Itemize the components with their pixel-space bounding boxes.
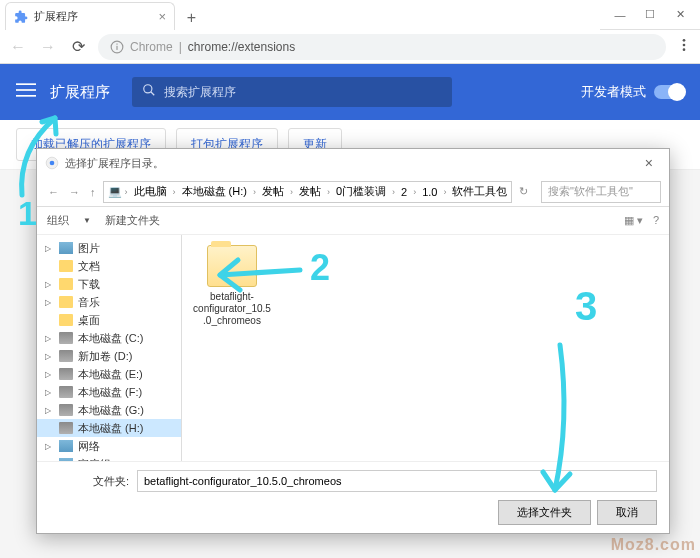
crumb[interactable]: 发帖	[296, 184, 324, 199]
dlg-forward-button[interactable]: →	[66, 186, 83, 198]
omnibox-url: chrome://extensions	[188, 40, 295, 54]
drive-icon	[59, 386, 73, 398]
tree-item[interactable]: ▷图片	[37, 239, 181, 257]
drive-icon	[59, 404, 73, 416]
dlg-up-button[interactable]: ↑	[87, 186, 99, 198]
dev-mode-label: 开发者模式	[581, 83, 646, 101]
toggle-switch[interactable]	[654, 85, 684, 99]
crumb[interactable]: 1.0	[419, 186, 440, 198]
crumb[interactable]: 此电脑	[131, 184, 170, 199]
svg-point-12	[50, 161, 55, 166]
tab-close-icon[interactable]: ×	[158, 9, 166, 24]
svg-point-3	[683, 39, 686, 42]
dialog-search-input[interactable]: 搜索"软件工具包"	[541, 181, 661, 203]
folder-field-input[interactable]	[137, 470, 657, 492]
svg-point-9	[144, 85, 152, 93]
reload-button[interactable]: ⟳	[68, 37, 88, 56]
tree-item[interactable]: ▷本地磁盘 (F:)	[37, 383, 181, 401]
crumb[interactable]: 2	[398, 186, 410, 198]
tree-item[interactable]: 本地磁盘 (H:)	[37, 419, 181, 437]
tree-item[interactable]: 桌面	[37, 311, 181, 329]
crumb[interactable]: 发帖	[259, 184, 287, 199]
refresh-button[interactable]: ↻	[516, 185, 531, 198]
folder-item[interactable]: betaflight-configurator_10.5.0_chromeos	[192, 245, 272, 327]
drive-icon	[59, 458, 73, 461]
organize-menu[interactable]: 组织	[47, 213, 69, 228]
dialog-toolbar: 组织▼ 新建文件夹 ▦ ▾ ?	[37, 207, 669, 235]
pc-icon: 💻	[108, 185, 122, 198]
omnibox[interactable]: Chrome | chrome://extensions	[98, 34, 666, 60]
tree-item[interactable]: ▷下载	[37, 275, 181, 293]
help-icon[interactable]: ?	[653, 214, 659, 227]
tree-item[interactable]: ▷本地磁盘 (E:)	[37, 365, 181, 383]
close-window-button[interactable]: ✕	[665, 2, 695, 27]
folder-icon	[207, 245, 257, 287]
cancel-button[interactable]: 取消	[597, 500, 657, 525]
dialog-footer: 文件夹: 选择文件夹 取消	[37, 461, 669, 533]
search-placeholder: 搜索"软件工具包"	[548, 184, 633, 199]
tab-strip: 扩展程序 × +	[0, 0, 600, 30]
extensions-header: 扩展程序 开发者模式	[0, 64, 700, 120]
svg-point-5	[683, 48, 686, 51]
dialog-nav: ← → ↑ 💻 › 此电脑› 本地磁盘 (H:)› 发帖› 发帖› 0门槛装调›…	[37, 177, 669, 207]
breadcrumb[interactable]: 💻 › 此电脑› 本地磁盘 (H:)› 发帖› 发帖› 0门槛装调› 2› 1.…	[103, 181, 513, 203]
select-folder-button[interactable]: 选择文件夹	[498, 500, 591, 525]
omnibox-separator: |	[179, 40, 182, 54]
view-icon[interactable]: ▦ ▾	[624, 214, 643, 227]
svg-rect-1	[116, 45, 117, 49]
dlg-back-button[interactable]: ←	[45, 186, 62, 198]
folder-content[interactable]: betaflight-configurator_10.5.0_chromeos	[182, 235, 669, 461]
tree-item[interactable]: 文档	[37, 257, 181, 275]
drive-icon	[59, 278, 73, 290]
folder-label: betaflight-configurator_10.5.0_chromeos	[192, 291, 272, 327]
drive-icon	[59, 332, 73, 344]
browser-menu-icon[interactable]	[676, 37, 692, 57]
svg-line-10	[151, 92, 155, 96]
crumb[interactable]: 0门槛装调	[333, 184, 389, 199]
drive-icon	[59, 296, 73, 308]
minimize-button[interactable]: —	[605, 2, 635, 27]
new-tab-button[interactable]: +	[179, 5, 204, 30]
crumb[interactable]: 软件工具包	[449, 184, 510, 199]
info-icon	[110, 40, 124, 54]
drive-icon	[59, 422, 73, 434]
watermark: Moz8.com	[611, 536, 696, 554]
search-box[interactable]	[132, 77, 452, 107]
forward-button[interactable]: →	[38, 38, 58, 56]
dialog-titlebar: 选择扩展程序目录。 ×	[37, 149, 669, 177]
tab-title: 扩展程序	[34, 9, 78, 24]
tree-item[interactable]: ▷新加卷 (D:)	[37, 347, 181, 365]
folder-field-label: 文件夹:	[49, 474, 129, 489]
extension-icon	[14, 10, 28, 24]
svg-point-4	[683, 43, 686, 46]
dialog-body: ▷图片文档▷下载▷音乐桌面▷本地磁盘 (C:)▷新加卷 (D:)▷本地磁盘 (E…	[37, 235, 669, 461]
svg-rect-2	[116, 43, 117, 44]
menu-icon[interactable]	[16, 80, 36, 104]
dev-mode-toggle[interactable]: 开发者模式	[581, 83, 684, 101]
drive-icon	[59, 440, 73, 452]
new-folder-button[interactable]: 新建文件夹	[105, 213, 160, 228]
tree-item[interactable]: 家庭组	[37, 455, 181, 461]
drive-icon	[59, 314, 73, 326]
folder-tree[interactable]: ▷图片文档▷下载▷音乐桌面▷本地磁盘 (C:)▷新加卷 (D:)▷本地磁盘 (E…	[37, 235, 182, 461]
search-input[interactable]	[164, 85, 442, 99]
search-icon	[142, 83, 156, 101]
drive-icon	[59, 368, 73, 380]
tree-item[interactable]: ▷本地磁盘 (G:)	[37, 401, 181, 419]
tree-item[interactable]: ▷本地磁盘 (C:)	[37, 329, 181, 347]
maximize-button[interactable]: ☐	[635, 2, 665, 27]
file-dialog: 选择扩展程序目录。 × ← → ↑ 💻 › 此电脑› 本地磁盘 (H:)› 发帖…	[36, 148, 670, 534]
omnibox-scheme: Chrome	[130, 40, 173, 54]
drive-icon	[59, 350, 73, 362]
chrome-icon	[45, 156, 59, 170]
tree-item[interactable]: ▷音乐	[37, 293, 181, 311]
page-title: 扩展程序	[50, 83, 110, 102]
svg-rect-6	[16, 83, 36, 85]
dialog-close-button[interactable]: ×	[637, 155, 661, 171]
back-button[interactable]: ←	[8, 38, 28, 56]
tree-item[interactable]: ▷网络	[37, 437, 181, 455]
crumb[interactable]: 本地磁盘 (H:)	[179, 184, 250, 199]
drive-icon	[59, 242, 73, 254]
drive-icon	[59, 260, 73, 272]
browser-tab[interactable]: 扩展程序 ×	[5, 2, 175, 30]
